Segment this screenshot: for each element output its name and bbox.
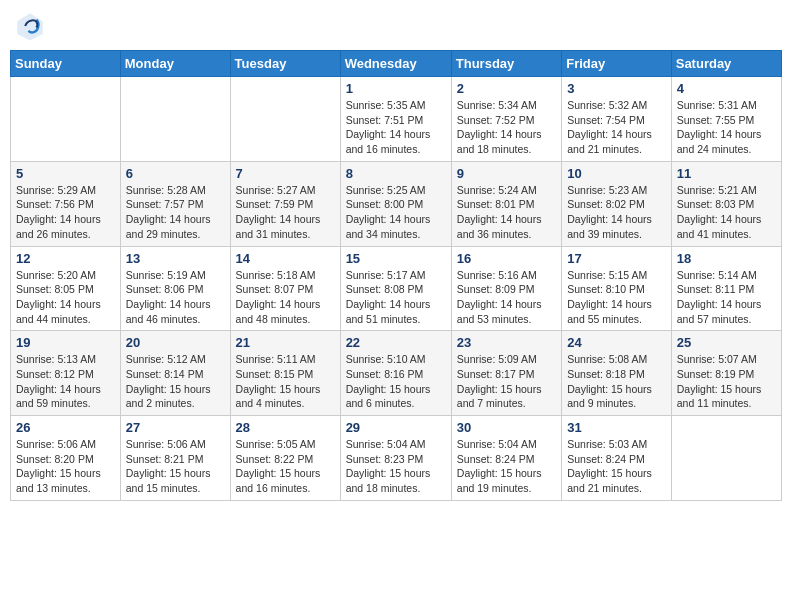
day-info: Sunrise: 5:24 AM Sunset: 8:01 PM Dayligh… — [457, 183, 556, 242]
calendar-cell: 20Sunrise: 5:12 AM Sunset: 8:14 PM Dayli… — [120, 331, 230, 416]
calendar-cell: 7Sunrise: 5:27 AM Sunset: 7:59 PM Daylig… — [230, 161, 340, 246]
calendar-cell: 8Sunrise: 5:25 AM Sunset: 8:00 PM Daylig… — [340, 161, 451, 246]
day-number: 12 — [16, 251, 115, 266]
day-number: 26 — [16, 420, 115, 435]
calendar-cell — [11, 77, 121, 162]
day-number: 16 — [457, 251, 556, 266]
day-info: Sunrise: 5:21 AM Sunset: 8:03 PM Dayligh… — [677, 183, 776, 242]
logo — [14, 10, 50, 42]
day-info: Sunrise: 5:13 AM Sunset: 8:12 PM Dayligh… — [16, 352, 115, 411]
calendar-week-3: 19Sunrise: 5:13 AM Sunset: 8:12 PM Dayli… — [11, 331, 782, 416]
day-number: 13 — [126, 251, 225, 266]
day-info: Sunrise: 5:19 AM Sunset: 8:06 PM Dayligh… — [126, 268, 225, 327]
calendar-cell: 9Sunrise: 5:24 AM Sunset: 8:01 PM Daylig… — [451, 161, 561, 246]
day-number: 29 — [346, 420, 446, 435]
calendar-cell: 29Sunrise: 5:04 AM Sunset: 8:23 PM Dayli… — [340, 416, 451, 501]
day-number: 8 — [346, 166, 446, 181]
day-number: 31 — [567, 420, 666, 435]
calendar-cell: 28Sunrise: 5:05 AM Sunset: 8:22 PM Dayli… — [230, 416, 340, 501]
day-info: Sunrise: 5:08 AM Sunset: 8:18 PM Dayligh… — [567, 352, 666, 411]
day-number: 5 — [16, 166, 115, 181]
logo-icon — [14, 10, 46, 42]
weekday-header-wednesday: Wednesday — [340, 51, 451, 77]
weekday-header-tuesday: Tuesday — [230, 51, 340, 77]
day-number: 14 — [236, 251, 335, 266]
day-info: Sunrise: 5:20 AM Sunset: 8:05 PM Dayligh… — [16, 268, 115, 327]
calendar-cell — [120, 77, 230, 162]
day-number: 27 — [126, 420, 225, 435]
weekday-header-saturday: Saturday — [671, 51, 781, 77]
day-info: Sunrise: 5:03 AM Sunset: 8:24 PM Dayligh… — [567, 437, 666, 496]
day-info: Sunrise: 5:07 AM Sunset: 8:19 PM Dayligh… — [677, 352, 776, 411]
day-info: Sunrise: 5:31 AM Sunset: 7:55 PM Dayligh… — [677, 98, 776, 157]
weekday-header-monday: Monday — [120, 51, 230, 77]
day-number: 28 — [236, 420, 335, 435]
day-number: 22 — [346, 335, 446, 350]
calendar-cell: 26Sunrise: 5:06 AM Sunset: 8:20 PM Dayli… — [11, 416, 121, 501]
calendar-header: SundayMondayTuesdayWednesdayThursdayFrid… — [11, 51, 782, 77]
day-number: 11 — [677, 166, 776, 181]
day-number: 17 — [567, 251, 666, 266]
page-header — [10, 10, 782, 42]
calendar: SundayMondayTuesdayWednesdayThursdayFrid… — [10, 50, 782, 501]
day-info: Sunrise: 5:28 AM Sunset: 7:57 PM Dayligh… — [126, 183, 225, 242]
calendar-cell: 14Sunrise: 5:18 AM Sunset: 8:07 PM Dayli… — [230, 246, 340, 331]
calendar-cell: 30Sunrise: 5:04 AM Sunset: 8:24 PM Dayli… — [451, 416, 561, 501]
day-number: 30 — [457, 420, 556, 435]
day-info: Sunrise: 5:10 AM Sunset: 8:16 PM Dayligh… — [346, 352, 446, 411]
day-number: 18 — [677, 251, 776, 266]
day-info: Sunrise: 5:06 AM Sunset: 8:20 PM Dayligh… — [16, 437, 115, 496]
day-number: 21 — [236, 335, 335, 350]
calendar-cell: 31Sunrise: 5:03 AM Sunset: 8:24 PM Dayli… — [562, 416, 672, 501]
calendar-cell: 4Sunrise: 5:31 AM Sunset: 7:55 PM Daylig… — [671, 77, 781, 162]
day-number: 20 — [126, 335, 225, 350]
day-info: Sunrise: 5:04 AM Sunset: 8:24 PM Dayligh… — [457, 437, 556, 496]
calendar-cell: 10Sunrise: 5:23 AM Sunset: 8:02 PM Dayli… — [562, 161, 672, 246]
calendar-week-2: 12Sunrise: 5:20 AM Sunset: 8:05 PM Dayli… — [11, 246, 782, 331]
calendar-cell: 21Sunrise: 5:11 AM Sunset: 8:15 PM Dayli… — [230, 331, 340, 416]
day-info: Sunrise: 5:29 AM Sunset: 7:56 PM Dayligh… — [16, 183, 115, 242]
calendar-cell — [230, 77, 340, 162]
weekday-header-row: SundayMondayTuesdayWednesdayThursdayFrid… — [11, 51, 782, 77]
day-info: Sunrise: 5:06 AM Sunset: 8:21 PM Dayligh… — [126, 437, 225, 496]
day-number: 4 — [677, 81, 776, 96]
calendar-cell: 16Sunrise: 5:16 AM Sunset: 8:09 PM Dayli… — [451, 246, 561, 331]
calendar-cell: 24Sunrise: 5:08 AM Sunset: 8:18 PM Dayli… — [562, 331, 672, 416]
calendar-body: 1Sunrise: 5:35 AM Sunset: 7:51 PM Daylig… — [11, 77, 782, 501]
day-info: Sunrise: 5:16 AM Sunset: 8:09 PM Dayligh… — [457, 268, 556, 327]
day-info: Sunrise: 5:34 AM Sunset: 7:52 PM Dayligh… — [457, 98, 556, 157]
calendar-cell: 6Sunrise: 5:28 AM Sunset: 7:57 PM Daylig… — [120, 161, 230, 246]
calendar-cell: 12Sunrise: 5:20 AM Sunset: 8:05 PM Dayli… — [11, 246, 121, 331]
calendar-cell: 17Sunrise: 5:15 AM Sunset: 8:10 PM Dayli… — [562, 246, 672, 331]
calendar-cell: 25Sunrise: 5:07 AM Sunset: 8:19 PM Dayli… — [671, 331, 781, 416]
calendar-cell: 22Sunrise: 5:10 AM Sunset: 8:16 PM Dayli… — [340, 331, 451, 416]
day-info: Sunrise: 5:23 AM Sunset: 8:02 PM Dayligh… — [567, 183, 666, 242]
day-info: Sunrise: 5:18 AM Sunset: 8:07 PM Dayligh… — [236, 268, 335, 327]
calendar-cell: 2Sunrise: 5:34 AM Sunset: 7:52 PM Daylig… — [451, 77, 561, 162]
day-info: Sunrise: 5:12 AM Sunset: 8:14 PM Dayligh… — [126, 352, 225, 411]
calendar-cell: 23Sunrise: 5:09 AM Sunset: 8:17 PM Dayli… — [451, 331, 561, 416]
calendar-cell: 13Sunrise: 5:19 AM Sunset: 8:06 PM Dayli… — [120, 246, 230, 331]
day-number: 7 — [236, 166, 335, 181]
calendar-week-0: 1Sunrise: 5:35 AM Sunset: 7:51 PM Daylig… — [11, 77, 782, 162]
calendar-cell: 19Sunrise: 5:13 AM Sunset: 8:12 PM Dayli… — [11, 331, 121, 416]
day-info: Sunrise: 5:11 AM Sunset: 8:15 PM Dayligh… — [236, 352, 335, 411]
day-number: 15 — [346, 251, 446, 266]
day-number: 9 — [457, 166, 556, 181]
day-info: Sunrise: 5:35 AM Sunset: 7:51 PM Dayligh… — [346, 98, 446, 157]
day-info: Sunrise: 5:32 AM Sunset: 7:54 PM Dayligh… — [567, 98, 666, 157]
calendar-cell — [671, 416, 781, 501]
day-number: 3 — [567, 81, 666, 96]
calendar-cell: 15Sunrise: 5:17 AM Sunset: 8:08 PM Dayli… — [340, 246, 451, 331]
calendar-cell: 3Sunrise: 5:32 AM Sunset: 7:54 PM Daylig… — [562, 77, 672, 162]
calendar-cell: 11Sunrise: 5:21 AM Sunset: 8:03 PM Dayli… — [671, 161, 781, 246]
day-info: Sunrise: 5:15 AM Sunset: 8:10 PM Dayligh… — [567, 268, 666, 327]
weekday-header-thursday: Thursday — [451, 51, 561, 77]
calendar-cell: 18Sunrise: 5:14 AM Sunset: 8:11 PM Dayli… — [671, 246, 781, 331]
calendar-cell: 1Sunrise: 5:35 AM Sunset: 7:51 PM Daylig… — [340, 77, 451, 162]
day-number: 25 — [677, 335, 776, 350]
weekday-header-sunday: Sunday — [11, 51, 121, 77]
day-number: 24 — [567, 335, 666, 350]
weekday-header-friday: Friday — [562, 51, 672, 77]
calendar-cell: 5Sunrise: 5:29 AM Sunset: 7:56 PM Daylig… — [11, 161, 121, 246]
